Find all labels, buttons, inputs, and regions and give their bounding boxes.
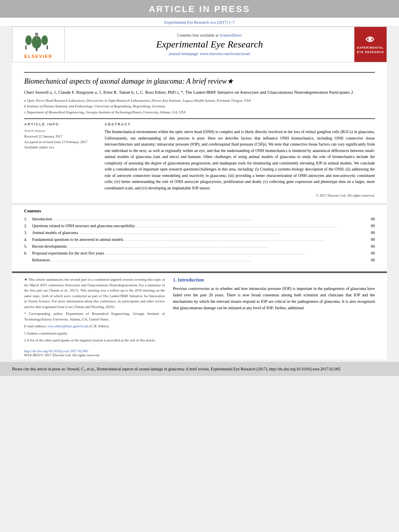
contents-item-page: 00: [367, 243, 375, 250]
intro-heading: 1. Introduction: [173, 277, 375, 283]
elsevier-tree-icon: [21, 30, 57, 52]
elsevier-brand-text: ELSEVIER: [24, 54, 52, 59]
leader-dots: ........................................…: [105, 250, 367, 257]
contents-available-line: Contents lists available at ScienceDirec…: [177, 33, 242, 37]
doi-link[interactable]: http://dx.doi.org/10.1016/j.exer.2017.02…: [24, 349, 88, 353]
abstract-heading: ABSTRACT: [105, 122, 375, 126]
svg-rect-4: [25, 45, 27, 49]
article-main-content: Biomechanical aspects of axonal damage i…: [12, 62, 387, 204]
leader-dots: ........................................…: [124, 236, 367, 243]
article-info-heading: ARTICLE INFO: [24, 122, 97, 126]
journal-header: ELSEVIER Contents lists available at Sci…: [12, 27, 387, 62]
footnote-corresponding: * Corresponding author. Department of Bi…: [24, 311, 165, 322]
footnote-equal: 1 Authors contributed equally.: [24, 331, 165, 337]
leader-dots: ........................................…: [79, 229, 367, 236]
table-row: References .............................…: [24, 257, 375, 263]
svg-point-6: [35, 33, 38, 36]
table-row: 5.Recent developments ..................…: [24, 243, 375, 250]
table-row: 4.Fundamental questions to be answered i…: [24, 236, 375, 243]
contents-item-page: 00: [367, 216, 375, 222]
affiliation-b: b Institute of Human Anatomy and Embryol…: [24, 104, 375, 109]
journal-reference: Experimental Eye Research xxx (2017) 1–7: [164, 20, 234, 25]
contents-item-number: 6.: [24, 250, 32, 257]
affiliation-a: a Optic Nerve Head Research Laboratory, …: [24, 98, 375, 104]
contents-item-number: 3.: [24, 229, 32, 236]
table-row: 2.Questions related to ONH structure and…: [24, 222, 375, 229]
leader-dots: ........................................…: [51, 257, 367, 263]
contents-item-number: 4.: [24, 236, 32, 243]
footer-notes-section: ★ This article summarizes the second par…: [12, 272, 387, 347]
intro-text: Previous controversies as to whether and…: [173, 286, 375, 311]
authors-line: Cheri Stowell a, 1, Claude F. Burgoyne a…: [24, 89, 375, 96]
eye-icon: 👁: [357, 35, 384, 46]
doi-section: http://dx.doi.org/10.1016/j.exer.2017.02…: [12, 347, 387, 359]
contents-item-number: 5.: [24, 243, 32, 250]
affiliations: a Optic Nerve Head Research Laboratory, …: [24, 98, 375, 115]
received-date: Received 22 January 2017: [24, 134, 97, 140]
contents-item-number: 2.: [24, 222, 32, 229]
journal-info-center: Contents lists available at ScienceDirec…: [65, 27, 354, 62]
footnotes-left: ★ This article summarizes the second par…: [24, 277, 165, 345]
citation-text: Please cite this article in press as: St…: [12, 367, 340, 371]
contents-item-label: Animal models of glaucoma ..............…: [32, 229, 367, 236]
journal-homepage-link[interactable]: www.elsevier.com/locate/yexer: [200, 51, 250, 56]
leader-dots: ........................................…: [53, 216, 367, 222]
contents-item-page: 00: [367, 229, 375, 236]
journal-badge-area: 👁 EXPERIMENTAL EYE RESEARCH: [354, 27, 387, 62]
contents-item-label: Introduction ...........................…: [32, 216, 367, 222]
contents-item-label: Questions related to ONH structure and g…: [32, 222, 367, 229]
contents-item-page: 00: [367, 236, 375, 243]
available-online: Available online xxx: [24, 145, 97, 150]
article-title: Biomechanical aspects of axonal damage i…: [24, 77, 375, 86]
contents-item-page: 00: [367, 222, 375, 229]
contents-section: Contents 1.Introduction ................…: [12, 204, 387, 269]
footnote-star: ★ This article summarizes the second par…: [24, 277, 165, 310]
contents-item-page: 00: [367, 250, 375, 257]
footnote-email: E-mail address: ross.ethier@bme.gatech.e…: [24, 324, 165, 329]
contents-item-label: Proposed experiments for the next five y…: [32, 250, 367, 257]
affiliation-c: c Department of Biomedical Engineering, …: [24, 110, 375, 115]
contents-item-page: 00: [367, 257, 375, 263]
footnote-participants: 2 A list of the other participants of th…: [24, 338, 165, 343]
abstract-body: The biomechanical environment within the…: [105, 129, 375, 191]
article-in-press-banner: ARTICLE IN PRESS: [0, 0, 399, 18]
journal-badge: 👁 EXPERIMENTAL EYE RESEARCH: [357, 35, 384, 54]
table-row: 1.Introduction .........................…: [24, 216, 375, 222]
journal-homepage: journal homepage: www.elsevier.com/locat…: [169, 51, 251, 56]
leader-dots: ........................................…: [68, 243, 367, 250]
contents-item-label: Fundamental questions to be answered in …: [32, 236, 367, 243]
abstract-col: ABSTRACT The biomechanical environment w…: [105, 122, 375, 197]
introduction-col: 1. Introduction Previous controversies a…: [173, 277, 375, 345]
elsevier-logo-area: ELSEVIER: [12, 27, 65, 62]
contents-item-label: References .............................…: [32, 257, 367, 263]
table-row: 6.Proposed experiments for the next five…: [24, 250, 375, 257]
contents-item-number: 1.: [24, 216, 32, 222]
svg-rect-5: [47, 45, 48, 49]
top-divider: [24, 72, 375, 73]
svg-point-3: [41, 35, 48, 45]
contents-item-label: Recent developments ....................…: [32, 243, 367, 250]
svg-point-2: [25, 35, 32, 45]
mid-divider: [24, 118, 375, 119]
contents-table: 1.Introduction .........................…: [24, 216, 375, 263]
contents-item-number: [24, 257, 32, 263]
copyright-notice: © 2017 Elsevier Ltd. All rights reserved…: [105, 193, 375, 197]
table-row: 3.Animal models of glaucoma ............…: [24, 229, 375, 236]
journal-title: Experimental Eye Research: [156, 39, 263, 50]
info-abstract-section: ARTICLE INFO Article history: Received 2…: [24, 122, 375, 197]
issn-line: 0014-4835/© 2017 Elsevier Ltd. All right…: [24, 353, 100, 357]
email-link[interactable]: ross.ethier@bme.gatech.edu: [47, 324, 88, 328]
sciencedirect-link[interactable]: ScienceDirect: [219, 33, 242, 37]
article-history-label: Article history:: [24, 129, 97, 133]
citation-bar: Please cite this article in press as: St…: [0, 362, 399, 376]
article-info-col: ARTICLE INFO Article history: Received 2…: [24, 122, 97, 197]
accepted-date: Accepted in revised form 13 February 201…: [24, 140, 97, 145]
leader-dots: ........................................…: [136, 222, 367, 229]
contents-title: Contents: [24, 208, 375, 213]
